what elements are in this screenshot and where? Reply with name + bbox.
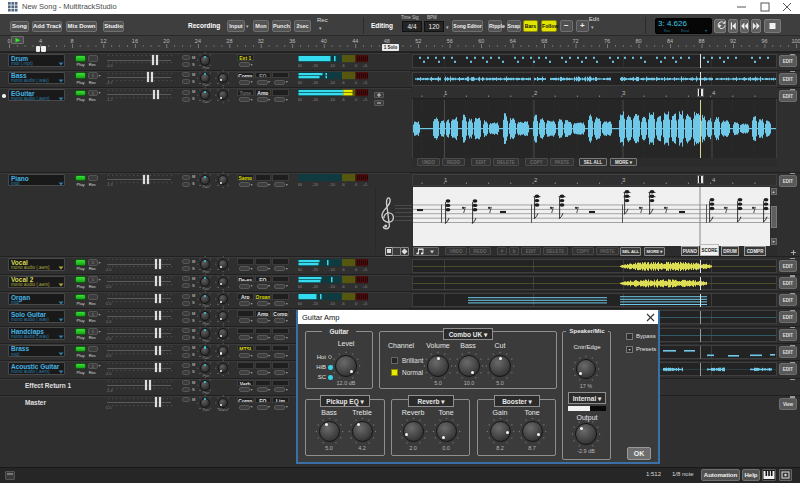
svg-text:0: 0: [354, 301, 357, 306]
svg-text:12: 12: [100, 38, 106, 44]
svg-text:-6: -6: [341, 62, 345, 67]
svg-text:+5: +5: [362, 62, 367, 67]
svg-text:-20: -20: [312, 284, 319, 289]
svg-text:-6: -6: [341, 284, 345, 289]
svg-text:-20: -20: [312, 80, 319, 85]
svg-text:92: 92: [730, 38, 736, 44]
svg-text:2: 2: [534, 177, 538, 183]
svg-text:1: 1: [444, 90, 448, 96]
svg-text:+5: +5: [362, 266, 367, 271]
svg-text:-10: -10: [329, 62, 336, 67]
svg-text:68: 68: [541, 38, 547, 44]
svg-text:0: 0: [354, 284, 357, 289]
svg-text:72: 72: [573, 38, 579, 44]
svg-text:3: 3: [622, 177, 626, 183]
svg-text:88: 88: [699, 38, 705, 44]
svg-text:-6: -6: [341, 97, 345, 102]
svg-text:-10: -10: [329, 284, 336, 289]
svg-text:-20: -20: [312, 182, 319, 187]
svg-text:100: 100: [791, 38, 800, 44]
svg-text:84: 84: [667, 38, 673, 44]
svg-text:-6: -6: [341, 182, 345, 187]
svg-text:44: 44: [352, 38, 358, 44]
svg-text:16: 16: [132, 38, 138, 44]
svg-text:56: 56: [447, 38, 453, 44]
svg-text:+5: +5: [362, 80, 367, 85]
svg-text:32: 32: [258, 38, 264, 44]
svg-text:-20: -20: [312, 266, 319, 271]
svg-text:-10: -10: [329, 97, 336, 102]
svg-text:0: 0: [354, 97, 357, 102]
svg-text:60: 60: [478, 38, 484, 44]
svg-text:-60: -60: [298, 80, 303, 85]
svg-text:2: 2: [534, 90, 538, 96]
svg-text:-20: -20: [312, 97, 319, 102]
svg-text:-20: -20: [312, 62, 319, 67]
svg-text:-6: -6: [341, 301, 345, 306]
svg-text:4: 4: [712, 177, 716, 183]
svg-text:+5: +5: [362, 182, 367, 187]
svg-text:-6: -6: [341, 80, 345, 85]
svg-text:-10: -10: [329, 182, 336, 187]
svg-text:20: 20: [163, 38, 169, 44]
svg-text:4: 4: [39, 38, 42, 44]
svg-text:-60: -60: [298, 97, 303, 102]
svg-text:96: 96: [761, 38, 767, 44]
svg-text:+5: +5: [362, 97, 367, 102]
svg-text:28: 28: [226, 38, 232, 44]
svg-text:24: 24: [195, 38, 201, 44]
svg-text:40: 40: [321, 38, 327, 44]
svg-text:52: 52: [415, 38, 421, 44]
svg-text:0: 0: [354, 182, 357, 187]
svg-text:3: 3: [622, 90, 626, 96]
svg-text:0: 0: [354, 266, 357, 271]
svg-text:+5: +5: [362, 284, 367, 289]
svg-text:-60: -60: [298, 62, 303, 67]
svg-text:0: 0: [354, 80, 357, 85]
svg-text:36: 36: [289, 38, 295, 44]
svg-text:-60: -60: [298, 266, 303, 271]
svg-text:0: 0: [354, 62, 357, 67]
svg-text:-60: -60: [298, 182, 303, 187]
svg-text:-10: -10: [329, 266, 336, 271]
svg-text:-6: -6: [341, 266, 345, 271]
svg-text:1: 1: [444, 177, 448, 183]
svg-text:-10: -10: [329, 80, 336, 85]
svg-text:-60: -60: [298, 284, 303, 289]
svg-text:8: 8: [70, 38, 73, 44]
svg-text:64: 64: [510, 38, 516, 44]
svg-text:4: 4: [712, 90, 716, 96]
svg-text:-20: -20: [312, 301, 319, 306]
svg-text:+5: +5: [362, 301, 367, 306]
svg-text:80: 80: [636, 38, 642, 44]
svg-text:76: 76: [604, 38, 610, 44]
svg-text:-60: -60: [298, 301, 303, 306]
svg-text:48: 48: [384, 38, 390, 44]
svg-text:-10: -10: [329, 301, 336, 306]
